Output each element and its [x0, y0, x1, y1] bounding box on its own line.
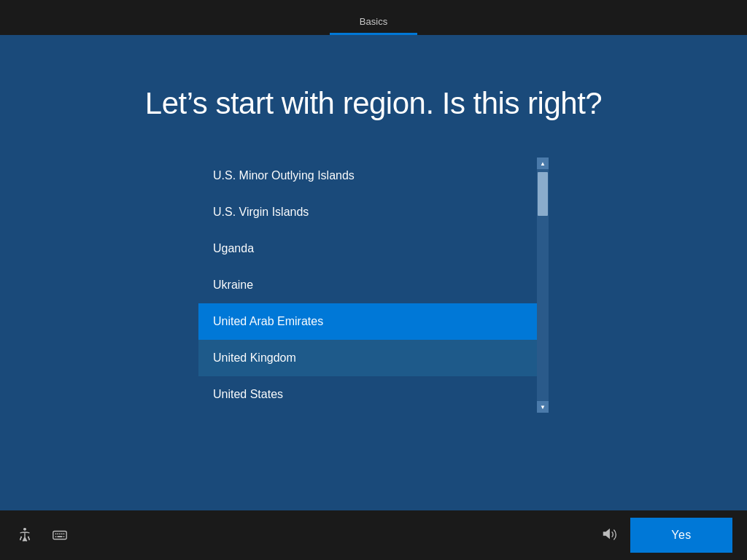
list-item[interactable]: U.S. Virgin Islands — [198, 194, 537, 230]
svg-line-5 — [20, 537, 22, 540]
svg-point-1 — [23, 528, 26, 531]
list-item[interactable]: United Kingdom — [198, 340, 537, 376]
tab-label: Basics — [360, 16, 387, 33]
list-item[interactable]: Uganda — [198, 230, 537, 267]
keyboard-icon[interactable] — [50, 525, 70, 545]
yes-button[interactable]: Yes — [630, 518, 732, 553]
list-item[interactable]: Ukraine — [198, 267, 537, 303]
page-title: Let’s start with region. Is this right? — [145, 86, 602, 121]
list-items: U.S. Minor Outlying IslandsU.S. Virgin I… — [198, 158, 537, 413]
bottom-bar: Yes — [0, 510, 747, 560]
tab-underline — [330, 33, 417, 35]
svg-rect-7 — [53, 532, 66, 540]
region-list-container: U.S. Minor Outlying IslandsU.S. Virgin I… — [198, 158, 549, 413]
list-item[interactable]: United Arab Emirates — [198, 303, 537, 340]
scroll-down-button[interactable]: ▼ — [537, 401, 549, 413]
svg-marker-16 — [603, 529, 610, 540]
scrollbar-thumb[interactable] — [538, 172, 548, 216]
scrollbar-track[interactable]: ▲ ▼ — [537, 158, 549, 413]
main-content: Let’s start with region. Is this right? … — [0, 35, 747, 413]
volume-icon[interactable] — [599, 524, 619, 544]
top-bar: Basics — [0, 0, 747, 35]
list-item[interactable]: United States — [198, 376, 537, 413]
basics-tab: Basics — [315, 16, 432, 35]
svg-line-6 — [28, 537, 30, 540]
list-scroll-area[interactable]: U.S. Minor Outlying IslandsU.S. Virgin I… — [198, 158, 537, 413]
list-item[interactable]: U.S. Minor Outlying Islands — [198, 158, 537, 194]
bottom-left-icons — [15, 525, 70, 545]
scroll-up-button[interactable]: ▲ — [537, 158, 549, 169]
accessibility-icon[interactable] — [15, 525, 35, 545]
